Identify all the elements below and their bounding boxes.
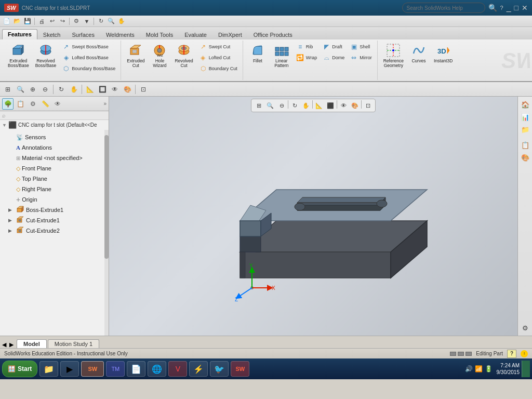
rp-folder[interactable]: 📁 — [520, 124, 531, 135]
vp-shaded[interactable]: ⬛ — [325, 100, 336, 111]
curves-button[interactable]: Curves — [407, 42, 430, 65]
draft-button[interactable]: ◤ Draft — [320, 42, 347, 52]
linear-pattern-button[interactable]: LinearPattern — [270, 42, 293, 70]
taskbar-solidworks2[interactable]: SW — [231, 361, 249, 377]
taskbar-bird[interactable]: 🐦 — [210, 361, 229, 377]
swept-cut-button[interactable]: ↗ Swept Cut — [197, 42, 240, 52]
search-input[interactable] — [402, 3, 485, 13]
tree-item-material[interactable]: ⊞ Material <not specified> — [0, 153, 104, 163]
new-button[interactable]: 📄 — [2, 17, 11, 26]
revolved-cut-button[interactable]: RevolvedCut — [172, 42, 195, 70]
vp-pan[interactable]: ✋ — [301, 100, 311, 111]
rebuild-button[interactable]: ⚙ — [72, 17, 81, 26]
vp-rotate[interactable]: ↻ — [289, 100, 300, 111]
vp-zoom-out[interactable]: ⊖ — [276, 100, 287, 111]
zoom-in-button[interactable]: ⊕ — [27, 84, 38, 95]
vp-zoom-in[interactable]: 🔍 — [265, 100, 275, 111]
taskbar-media[interactable]: ▶ — [60, 361, 79, 377]
lofted-cut-button[interactable]: ◈ Lofted Cut — [197, 52, 240, 63]
swept-boss-button[interactable]: ↗ Swept Boss/Base — [60, 42, 117, 52]
appearance-button[interactable]: 🎨 — [122, 84, 133, 95]
vp-hide-show[interactable]: 👁 — [338, 100, 349, 111]
taskbar-volume[interactable]: 🔊 — [465, 365, 473, 373]
rib-button[interactable]: ≡ Rib — [294, 42, 319, 52]
shell-button[interactable]: ▣ Shell — [348, 42, 374, 52]
fit-view-button[interactable]: ⊞ — [2, 84, 14, 95]
rotate-view-button[interactable]: ↻ — [56, 84, 67, 95]
tab-office-products[interactable]: Office Products — [248, 30, 298, 39]
extruded-cut-button[interactable]: ExtrudedCut — [124, 42, 147, 70]
scroll-left-button[interactable]: ◀ — [2, 341, 9, 348]
tab-weldments[interactable]: Weldments — [100, 30, 140, 39]
zoom-area-button2[interactable]: 🔍 — [15, 84, 26, 95]
mirror-button[interactable]: ⇔ Mirror — [348, 52, 374, 63]
search-icon[interactable]: 🔍 — [488, 4, 497, 12]
boundary-cut-button[interactable]: ⬡ Boundary Cut — [197, 63, 240, 74]
tab-motion-study-1[interactable]: Motion Study 1 — [48, 339, 99, 348]
tree-item-top-plane[interactable]: ◇ Top Plane — [0, 174, 104, 184]
taskbar-arduino[interactable]: ⚡ — [189, 361, 208, 377]
view-orient-button[interactable]: 📐 — [84, 84, 96, 95]
show-desktop-button[interactable] — [522, 361, 530, 377]
restore-button[interactable]: □ — [514, 4, 518, 12]
rp-home[interactable]: 🏠 — [520, 99, 531, 110]
sidebar-scrollbar[interactable] — [104, 130, 109, 336]
hide-show-button[interactable]: 👁 — [109, 84, 121, 95]
display-pane-tab[interactable]: 👁 — [52, 98, 63, 110]
instant3d-button[interactable]: 3D Instant3D — [431, 42, 455, 65]
scroll-right-button[interactable]: ▶ — [9, 341, 17, 348]
display-style-button[interactable]: 🔲 — [97, 84, 108, 95]
taskbar-solidworks[interactable]: SW — [81, 361, 104, 377]
tree-item-sensors[interactable]: 📡 Sensors — [0, 132, 104, 142]
tab-mold-tools[interactable]: Mold Tools — [140, 30, 179, 39]
rp-model[interactable]: 📊 — [520, 111, 531, 123]
tree-item-origin[interactable]: + Origin — [0, 194, 104, 205]
close-button[interactable]: ✕ — [522, 4, 528, 12]
tab-model[interactable]: Model — [17, 339, 47, 348]
wrap-button[interactable]: 🔁 Wrap — [294, 52, 319, 63]
rp-settings[interactable]: ⚙ — [520, 322, 531, 334]
tree-item-cut-extrude1[interactable]: ▶ Cut-Extrude1 — [0, 215, 104, 225]
reference-geometry-button[interactable]: ReferenceGeometry — [381, 42, 406, 70]
open-button[interactable]: 📂 — [12, 17, 22, 26]
tab-dimxpert[interactable]: DimXpert — [212, 30, 248, 39]
fillet-button[interactable]: Fillet — [246, 42, 269, 65]
sidebar-scrollthumb[interactable] — [104, 135, 109, 259]
taskbar-chrome[interactable]: 🌐 — [148, 361, 166, 377]
3d-viewport[interactable]: ⊞ 🔍 ⊖ ↻ ✋ 📐 ⬛ 👁 🎨 ⊡ — [109, 97, 517, 336]
tab-surfaces[interactable]: Surfaces — [66, 30, 100, 39]
tab-features[interactable]: Features — [2, 29, 37, 39]
section-view-button[interactable]: ⊡ — [138, 84, 149, 95]
tree-item-cut-extrude2[interactable]: ▶ Cut-Extrude2 — [0, 225, 104, 236]
feature-tree-tab[interactable]: 🌳 — [2, 98, 14, 110]
save-button[interactable]: 💾 — [23, 17, 32, 26]
taskbar-network[interactable]: 📶 — [475, 365, 483, 373]
zoom-area-btn[interactable]: 🔍 — [107, 17, 116, 26]
warning-icon[interactable]: ! — [521, 350, 528, 357]
vp-zoom-fit[interactable]: ⊞ — [254, 100, 264, 111]
tab-evaluate[interactable]: Evaluate — [179, 30, 212, 39]
expand-button[interactable]: » — [103, 101, 107, 107]
dome-button[interactable]: ⌓ Dome — [320, 52, 347, 63]
revolved-boss-button[interactable]: RevolvedBoss/Base — [33, 42, 59, 70]
tab-sketch[interactable]: Sketch — [37, 30, 66, 39]
taskbar-titlemanager[interactable]: TM — [106, 361, 125, 377]
taskbar-app1[interactable]: V — [168, 361, 187, 377]
minimize-button[interactable]: _ — [507, 3, 511, 12]
pan-view-button[interactable]: ✋ — [68, 84, 79, 95]
extruded-boss-button[interactable]: ExtrudedBoss/Base — [5, 42, 32, 70]
tree-root[interactable]: ▼ ⬛ CNC clamp for t slot (Default<<De — [0, 120, 109, 130]
vp-appearance[interactable]: 🎨 — [350, 100, 360, 111]
taskbar-explorer[interactable]: 📁 — [39, 361, 58, 377]
taskbar-battery[interactable]: 🔋 — [485, 365, 493, 373]
hole-wizard-button[interactable]: Wiz HoleWizard — [148, 42, 171, 70]
redo-button[interactable]: ↪ — [58, 17, 67, 26]
pan-button[interactable]: ✋ — [117, 17, 126, 26]
undo-button[interactable]: ↩ — [47, 17, 57, 26]
tree-item-annotations[interactable]: A Annotations — [0, 142, 104, 153]
rp-color[interactable]: 🎨 — [520, 152, 531, 163]
tree-item-boss-extrude1[interactable]: ▶ Boss-Extrude1 — [0, 205, 104, 215]
options-button[interactable]: ▼ — [82, 17, 91, 26]
lofted-boss-button[interactable]: ◈ Lofted Boss/Base — [60, 52, 117, 63]
property-manager-tab[interactable]: 📋 — [15, 98, 26, 110]
